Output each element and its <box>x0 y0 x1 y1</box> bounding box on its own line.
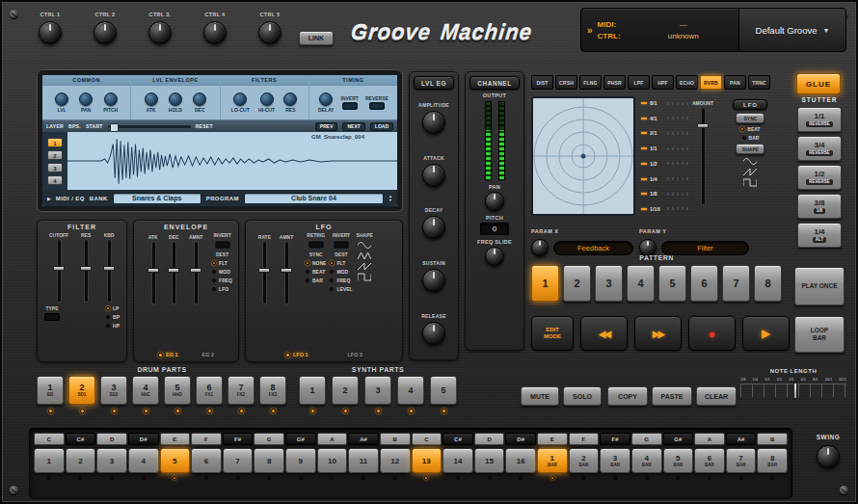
rate-row[interactable]: 2/1 <box>641 130 688 136</box>
amplitude-knob[interactable] <box>422 111 445 134</box>
param-y-value[interactable]: Filter <box>661 241 749 255</box>
stutter-button[interactable]: 3/4 REVERSE <box>797 136 842 161</box>
note-key[interactable]: B <box>757 433 788 445</box>
envelope-slider[interactable] <box>168 242 179 304</box>
square-wave-icon[interactable] <box>358 273 371 281</box>
synth-part-button[interactable]: 3 <box>364 376 391 405</box>
note-key[interactable]: B <box>380 433 411 445</box>
drum-part-button[interactable]: 6 FX1 <box>196 376 223 405</box>
dest-option[interactable]: FREQ <box>330 278 352 283</box>
pattern-button[interactable]: 2 <box>563 265 591 302</box>
spinner-down-icon[interactable]: ▼ <box>389 199 392 202</box>
drum-part-button[interactable]: 5 HHO <box>164 376 191 405</box>
screen-knob-dial[interactable] <box>79 93 93 106</box>
note-key[interactable]: A# <box>726 433 757 445</box>
filter-type-option[interactable]: BP <box>106 314 120 320</box>
step-button[interactable]: 2 <box>66 448 96 473</box>
sync-option[interactable]: NONE <box>306 260 326 266</box>
step-button[interactable]: 14 <box>442 448 473 473</box>
dest-option[interactable]: MOD <box>330 269 352 275</box>
note-key[interactable]: G <box>631 433 662 445</box>
step-button[interactable]: 11 <box>348 448 379 473</box>
drum-part-button[interactable]: 4 HHC <box>132 376 159 405</box>
stutter-button[interactable]: 1/4 ALT <box>797 223 842 248</box>
filter-type-option[interactable]: LP <box>106 305 120 311</box>
amount-slider[interactable] <box>697 108 709 204</box>
invert-button[interactable] <box>342 102 358 110</box>
type-button[interactable] <box>44 313 60 321</box>
sample-start-slider[interactable] <box>108 125 191 128</box>
pan-knob[interactable] <box>485 192 504 211</box>
note-length-handle[interactable] <box>793 383 797 399</box>
drum-part-button[interactable]: 3 SD2 <box>100 376 127 405</box>
step-button[interactable]: 1 <box>34 448 65 473</box>
note-key[interactable]: D <box>474 433 505 445</box>
clear-button[interactable]: CLEAR <box>696 386 737 406</box>
retrig-button[interactable] <box>308 241 324 249</box>
rate-row[interactable]: 1/2 <box>641 161 688 167</box>
screen-knob-dial[interactable] <box>169 93 182 106</box>
note-key[interactable]: F <box>569 433 600 445</box>
sync-option[interactable]: BAR <box>306 278 326 283</box>
rate-row[interactable]: 1/4 <box>641 176 688 182</box>
note-key[interactable]: C# <box>442 433 473 445</box>
effect-button[interactable]: CRSH <box>555 75 577 90</box>
step-button[interactable]: 3 BAR <box>600 448 630 473</box>
loop-bar-button[interactable]: LOOP BAR <box>794 316 845 353</box>
preset-selector[interactable]: Default Groove ▼ <box>739 9 845 51</box>
slider-handle[interactable] <box>258 268 270 273</box>
layer-button[interactable]: 4 <box>47 175 63 185</box>
effect-button[interactable]: RVRB <box>700 75 722 90</box>
dest-option[interactable]: FLT <box>330 260 352 266</box>
note-key[interactable]: D# <box>128 433 159 445</box>
note-key[interactable]: G# <box>663 433 694 445</box>
filter-slider[interactable] <box>80 240 92 302</box>
ctrl-knob-dial[interactable] <box>148 21 172 44</box>
rate-row[interactable]: 1/16 <box>641 206 688 212</box>
program-selector[interactable]: Club Snare 04 <box>244 193 384 204</box>
swing-knob[interactable] <box>817 445 840 468</box>
effect-button[interactable]: HPF <box>652 75 674 90</box>
forward-button[interactable]: ▶▶ <box>634 316 682 351</box>
effect-button[interactable]: DIST <box>531 75 553 90</box>
filter-slider[interactable] <box>53 240 65 302</box>
screen-knob-dial[interactable] <box>193 93 206 106</box>
invert-button[interactable] <box>215 241 230 249</box>
step-button[interactable]: 8 BAR <box>757 448 788 473</box>
filter-slider[interactable] <box>103 240 115 302</box>
prev-button[interactable]: PREV <box>315 122 338 131</box>
synth-part-button[interactable]: 4 <box>397 376 424 405</box>
slider-handle[interactable] <box>147 268 159 273</box>
lfo-slider[interactable] <box>258 242 270 304</box>
play-once-button[interactable]: PLAY ONCE <box>794 267 845 305</box>
dest-option[interactable]: FREQ <box>212 278 232 283</box>
step-button[interactable]: 7 <box>223 448 254 473</box>
rate-row[interactable]: 8/1 <box>641 100 688 106</box>
screen-knob-dial[interactable] <box>145 93 158 106</box>
effect-button[interactable]: TRNC <box>748 75 770 90</box>
eg-knob-dial[interactable] <box>422 322 445 345</box>
glue-button[interactable]: GLUE <box>796 73 841 94</box>
note-key[interactable]: C <box>412 433 442 445</box>
eg-knob-dial[interactable] <box>422 269 445 292</box>
rate-row[interactable]: 1/1 <box>641 146 688 151</box>
slider-handle[interactable] <box>190 268 201 273</box>
sync-button[interactable]: SYNC <box>736 113 764 123</box>
synth-part-button[interactable]: 5 <box>430 376 457 405</box>
pattern-button[interactable]: 5 <box>658 265 686 302</box>
play-button[interactable]: ▶ <box>742 316 790 351</box>
square-wave-icon[interactable] <box>743 178 757 187</box>
sync-option[interactable]: BEAT <box>306 269 326 275</box>
next-button[interactable]: NEXT <box>342 122 364 131</box>
eg-knob-dial[interactable] <box>422 216 445 239</box>
slider-handle[interactable] <box>281 268 292 273</box>
step-button[interactable]: 6 BAR <box>694 448 725 473</box>
step-button[interactable]: 12 <box>380 448 411 473</box>
pattern-button[interactable]: 1 <box>531 265 559 302</box>
dest-option[interactable]: LEVEL <box>330 286 352 292</box>
drum-part-button[interactable]: 8 FX3 <box>259 376 286 405</box>
note-key[interactable]: D# <box>505 433 536 445</box>
synth-part-button[interactable]: 1 <box>299 376 326 405</box>
step-button[interactable]: 1 BAR <box>537 448 568 473</box>
step-button[interactable]: 5 <box>160 448 191 473</box>
